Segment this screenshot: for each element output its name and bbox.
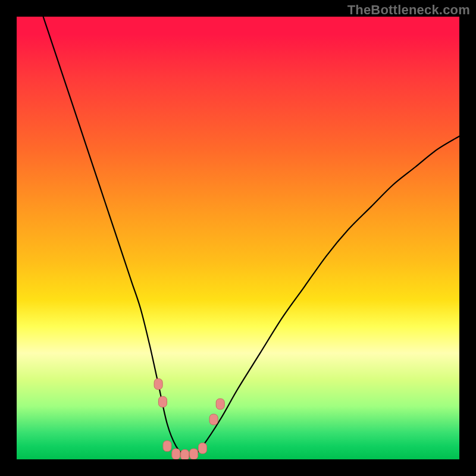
plot-area	[17, 17, 459, 459]
marker-point	[190, 449, 198, 459]
marker-point	[154, 379, 162, 390]
watermark-text: TheBottleneck.com	[347, 2, 470, 18]
curve-svg	[17, 17, 459, 459]
bottleneck-curve	[43, 17, 459, 456]
curve-layer	[43, 17, 459, 456]
marker-point	[172, 449, 180, 459]
marker-layer	[154, 379, 224, 460]
marker-point	[216, 399, 224, 409]
marker-point	[181, 450, 189, 459]
marker-point	[209, 414, 218, 425]
marker-point	[163, 441, 171, 452]
marker-point	[199, 443, 207, 453]
marker-point	[159, 396, 167, 407]
chart-frame: TheBottleneck.com	[0, 0, 476, 476]
